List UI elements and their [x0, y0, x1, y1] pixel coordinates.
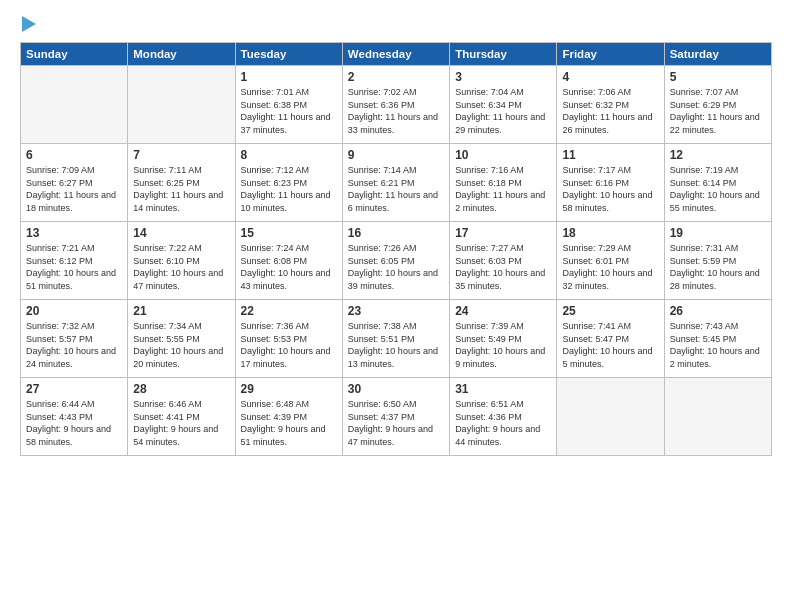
- calendar-cell: 14Sunrise: 7:22 AM Sunset: 6:10 PM Dayli…: [128, 222, 235, 300]
- calendar-cell: 7Sunrise: 7:11 AM Sunset: 6:25 PM Daylig…: [128, 144, 235, 222]
- calendar-cell: [664, 378, 771, 456]
- calendar-cell: 6Sunrise: 7:09 AM Sunset: 6:27 PM Daylig…: [21, 144, 128, 222]
- cell-info: Sunrise: 7:11 AM Sunset: 6:25 PM Dayligh…: [133, 164, 229, 214]
- cell-info: Sunrise: 7:22 AM Sunset: 6:10 PM Dayligh…: [133, 242, 229, 292]
- day-number: 8: [241, 148, 337, 162]
- cell-info: Sunrise: 7:09 AM Sunset: 6:27 PM Dayligh…: [26, 164, 122, 214]
- calendar-cell: 19Sunrise: 7:31 AM Sunset: 5:59 PM Dayli…: [664, 222, 771, 300]
- calendar-week-1: 1Sunrise: 7:01 AM Sunset: 6:38 PM Daylig…: [21, 66, 772, 144]
- calendar-cell: 17Sunrise: 7:27 AM Sunset: 6:03 PM Dayli…: [450, 222, 557, 300]
- day-number: 6: [26, 148, 122, 162]
- day-number: 11: [562, 148, 658, 162]
- cell-info: Sunrise: 7:31 AM Sunset: 5:59 PM Dayligh…: [670, 242, 766, 292]
- cell-info: Sunrise: 7:06 AM Sunset: 6:32 PM Dayligh…: [562, 86, 658, 136]
- calendar-cell: 20Sunrise: 7:32 AM Sunset: 5:57 PM Dayli…: [21, 300, 128, 378]
- day-number: 19: [670, 226, 766, 240]
- cell-info: Sunrise: 7:38 AM Sunset: 5:51 PM Dayligh…: [348, 320, 444, 370]
- day-number: 21: [133, 304, 229, 318]
- cell-info: Sunrise: 7:19 AM Sunset: 6:14 PM Dayligh…: [670, 164, 766, 214]
- calendar-cell: [557, 378, 664, 456]
- day-number: 16: [348, 226, 444, 240]
- calendar-cell: 2Sunrise: 7:02 AM Sunset: 6:36 PM Daylig…: [342, 66, 449, 144]
- calendar-cell: 27Sunrise: 6:44 AM Sunset: 4:43 PM Dayli…: [21, 378, 128, 456]
- day-number: 3: [455, 70, 551, 84]
- calendar-table: Sunday Monday Tuesday Wednesday Thursday…: [20, 42, 772, 456]
- calendar-cell: 13Sunrise: 7:21 AM Sunset: 6:12 PM Dayli…: [21, 222, 128, 300]
- calendar-cell: 12Sunrise: 7:19 AM Sunset: 6:14 PM Dayli…: [664, 144, 771, 222]
- cell-info: Sunrise: 6:44 AM Sunset: 4:43 PM Dayligh…: [26, 398, 122, 448]
- day-number: 17: [455, 226, 551, 240]
- calendar-cell: 23Sunrise: 7:38 AM Sunset: 5:51 PM Dayli…: [342, 300, 449, 378]
- logo: [20, 16, 36, 32]
- calendar-cell: 31Sunrise: 6:51 AM Sunset: 4:36 PM Dayli…: [450, 378, 557, 456]
- logo-arrow-icon: [22, 16, 36, 32]
- day-number: 20: [26, 304, 122, 318]
- day-number: 5: [670, 70, 766, 84]
- cell-info: Sunrise: 7:12 AM Sunset: 6:23 PM Dayligh…: [241, 164, 337, 214]
- day-number: 9: [348, 148, 444, 162]
- cell-info: Sunrise: 7:36 AM Sunset: 5:53 PM Dayligh…: [241, 320, 337, 370]
- calendar-cell: 21Sunrise: 7:34 AM Sunset: 5:55 PM Dayli…: [128, 300, 235, 378]
- calendar-week-5: 27Sunrise: 6:44 AM Sunset: 4:43 PM Dayli…: [21, 378, 772, 456]
- calendar-cell: 26Sunrise: 7:43 AM Sunset: 5:45 PM Dayli…: [664, 300, 771, 378]
- calendar-cell: 16Sunrise: 7:26 AM Sunset: 6:05 PM Dayli…: [342, 222, 449, 300]
- calendar-cell: 10Sunrise: 7:16 AM Sunset: 6:18 PM Dayli…: [450, 144, 557, 222]
- cell-info: Sunrise: 6:51 AM Sunset: 4:36 PM Dayligh…: [455, 398, 551, 448]
- day-number: 28: [133, 382, 229, 396]
- cell-info: Sunrise: 7:27 AM Sunset: 6:03 PM Dayligh…: [455, 242, 551, 292]
- col-friday: Friday: [557, 43, 664, 66]
- col-tuesday: Tuesday: [235, 43, 342, 66]
- calendar-week-2: 6Sunrise: 7:09 AM Sunset: 6:27 PM Daylig…: [21, 144, 772, 222]
- day-number: 14: [133, 226, 229, 240]
- cell-info: Sunrise: 7:17 AM Sunset: 6:16 PM Dayligh…: [562, 164, 658, 214]
- cell-info: Sunrise: 7:26 AM Sunset: 6:05 PM Dayligh…: [348, 242, 444, 292]
- cell-info: Sunrise: 7:39 AM Sunset: 5:49 PM Dayligh…: [455, 320, 551, 370]
- cell-info: Sunrise: 7:43 AM Sunset: 5:45 PM Dayligh…: [670, 320, 766, 370]
- day-number: 2: [348, 70, 444, 84]
- calendar-cell: 24Sunrise: 7:39 AM Sunset: 5:49 PM Dayli…: [450, 300, 557, 378]
- cell-info: Sunrise: 6:48 AM Sunset: 4:39 PM Dayligh…: [241, 398, 337, 448]
- cell-info: Sunrise: 7:41 AM Sunset: 5:47 PM Dayligh…: [562, 320, 658, 370]
- calendar-cell: 15Sunrise: 7:24 AM Sunset: 6:08 PM Dayli…: [235, 222, 342, 300]
- day-number: 26: [670, 304, 766, 318]
- day-number: 1: [241, 70, 337, 84]
- cell-info: Sunrise: 7:16 AM Sunset: 6:18 PM Dayligh…: [455, 164, 551, 214]
- calendar-cell: 18Sunrise: 7:29 AM Sunset: 6:01 PM Dayli…: [557, 222, 664, 300]
- cell-info: Sunrise: 7:07 AM Sunset: 6:29 PM Dayligh…: [670, 86, 766, 136]
- cell-info: Sunrise: 7:02 AM Sunset: 6:36 PM Dayligh…: [348, 86, 444, 136]
- day-number: 10: [455, 148, 551, 162]
- calendar-cell: 3Sunrise: 7:04 AM Sunset: 6:34 PM Daylig…: [450, 66, 557, 144]
- col-saturday: Saturday: [664, 43, 771, 66]
- day-number: 7: [133, 148, 229, 162]
- day-number: 25: [562, 304, 658, 318]
- calendar-cell: 29Sunrise: 6:48 AM Sunset: 4:39 PM Dayli…: [235, 378, 342, 456]
- page: Sunday Monday Tuesday Wednesday Thursday…: [0, 0, 792, 466]
- calendar-cell: 11Sunrise: 7:17 AM Sunset: 6:16 PM Dayli…: [557, 144, 664, 222]
- calendar-cell: 28Sunrise: 6:46 AM Sunset: 4:41 PM Dayli…: [128, 378, 235, 456]
- day-number: 27: [26, 382, 122, 396]
- calendar-cell: 4Sunrise: 7:06 AM Sunset: 6:32 PM Daylig…: [557, 66, 664, 144]
- header-row: Sunday Monday Tuesday Wednesday Thursday…: [21, 43, 772, 66]
- col-monday: Monday: [128, 43, 235, 66]
- calendar-cell: 1Sunrise: 7:01 AM Sunset: 6:38 PM Daylig…: [235, 66, 342, 144]
- day-number: 18: [562, 226, 658, 240]
- calendar-cell: 22Sunrise: 7:36 AM Sunset: 5:53 PM Dayli…: [235, 300, 342, 378]
- calendar-cell: [21, 66, 128, 144]
- cell-info: Sunrise: 7:34 AM Sunset: 5:55 PM Dayligh…: [133, 320, 229, 370]
- day-number: 30: [348, 382, 444, 396]
- day-number: 12: [670, 148, 766, 162]
- cell-info: Sunrise: 7:21 AM Sunset: 6:12 PM Dayligh…: [26, 242, 122, 292]
- cell-info: Sunrise: 7:32 AM Sunset: 5:57 PM Dayligh…: [26, 320, 122, 370]
- calendar-week-4: 20Sunrise: 7:32 AM Sunset: 5:57 PM Dayli…: [21, 300, 772, 378]
- day-number: 24: [455, 304, 551, 318]
- calendar-cell: 8Sunrise: 7:12 AM Sunset: 6:23 PM Daylig…: [235, 144, 342, 222]
- calendar-cell: 9Sunrise: 7:14 AM Sunset: 6:21 PM Daylig…: [342, 144, 449, 222]
- cell-info: Sunrise: 6:50 AM Sunset: 4:37 PM Dayligh…: [348, 398, 444, 448]
- calendar-cell: 25Sunrise: 7:41 AM Sunset: 5:47 PM Dayli…: [557, 300, 664, 378]
- day-number: 22: [241, 304, 337, 318]
- header: [20, 16, 772, 32]
- calendar-week-3: 13Sunrise: 7:21 AM Sunset: 6:12 PM Dayli…: [21, 222, 772, 300]
- cell-info: Sunrise: 7:24 AM Sunset: 6:08 PM Dayligh…: [241, 242, 337, 292]
- day-number: 13: [26, 226, 122, 240]
- col-thursday: Thursday: [450, 43, 557, 66]
